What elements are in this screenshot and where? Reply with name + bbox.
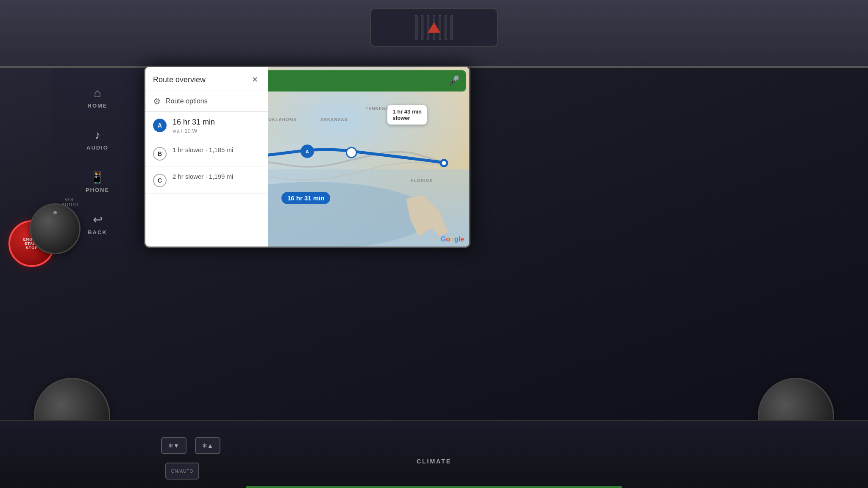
back-button[interactable]: ↩ BACK xyxy=(88,213,107,236)
on-auto-icon: ON/AUTO xyxy=(171,469,193,474)
route-panel-header: Route overview ✕ xyxy=(145,67,268,91)
climate-bar: ❄▼ ❄▲ CLIMATE ON/AUTO xyxy=(0,420,868,488)
route-a-via: via I-10 W xyxy=(172,128,215,134)
route-item-a[interactable]: A 16 hr 31 min via I-10 W xyxy=(145,112,268,140)
audio-button[interactable]: ♪ AUDIO xyxy=(86,128,108,151)
route-info-c: 2 hr slower · 1,199 mi xyxy=(172,173,233,180)
audio-icon: ♪ xyxy=(95,128,100,142)
fan-up-icon: ❄▲ xyxy=(202,442,213,449)
route-badge-b: B xyxy=(153,147,167,161)
route-a-time: 16 hr 31 min xyxy=(172,118,215,127)
route-b-detail: 1 hr slower · 1,185 mi xyxy=(172,146,233,153)
svg-point-7 xyxy=(346,147,356,158)
map-area[interactable]: A ! OKLAHOMA ARKANSAS TENNESSEE FLORIDA xyxy=(145,67,469,247)
fan-on-auto-button[interactable]: ON/AUTO xyxy=(165,463,199,480)
arkansas-label: ARKANSAS xyxy=(320,117,348,122)
google-o2: o xyxy=(450,236,454,243)
oklahoma-label: OKLAHOMA xyxy=(268,117,297,122)
back-icon: ↩ xyxy=(93,213,103,227)
home-button[interactable]: ⌂ HOME xyxy=(88,86,108,109)
climate-label: CLIMATE xyxy=(417,458,451,465)
route-time-bubble: 16 hr 31 min xyxy=(281,192,331,204)
slower-time: 1 hr 43 min xyxy=(392,108,422,115)
route-options-button[interactable]: ⚙ Route options xyxy=(145,91,268,112)
route-item-c[interactable]: C 2 hr slower · 1,199 mi xyxy=(145,167,268,194)
slower-tooltip: 1 hr 43 min slower xyxy=(387,105,427,125)
svg-point-9 xyxy=(442,161,446,165)
route-c-detail: 2 hr slower · 1,199 mi xyxy=(172,173,233,180)
phone-label: PHONE xyxy=(86,187,109,193)
home-icon: ⌂ xyxy=(94,86,101,100)
phone-icon: 📱 xyxy=(90,170,105,184)
route-panel-title: Route overview xyxy=(153,75,206,84)
audio-label: AUDIO xyxy=(86,144,108,151)
climate-control-center: CLIMATE xyxy=(417,458,451,465)
google-o1: o xyxy=(446,236,450,243)
slower-label: slower xyxy=(392,115,422,121)
fan-down-icon: ❄▼ xyxy=(168,442,179,449)
svg-text:A: A xyxy=(306,149,309,154)
home-label: HOME xyxy=(88,103,108,109)
top-center-vent xyxy=(370,8,498,47)
google-logo: Google xyxy=(441,236,464,243)
route-item-b[interactable]: B 1 hr slower · 1,185 mi xyxy=(145,140,268,167)
phone-button[interactable]: 📱 PHONE xyxy=(86,170,109,193)
back-label: BACK xyxy=(88,229,107,236)
dashboard-top xyxy=(0,0,868,68)
route-info-b: 1 hr slower · 1,185 mi xyxy=(172,146,233,153)
route-options-label: Route options xyxy=(166,97,208,105)
engine-line-3: STOP xyxy=(26,246,38,250)
route-info-a: 16 hr 31 min via I-10 W xyxy=(172,118,215,134)
car-interior: ⌂ HOME ♪ AUDIO 📱 PHONE ↩ BACK xyxy=(0,0,868,488)
screen-content: A ! OKLAHOMA ARKANSAS TENNESSEE FLORIDA xyxy=(145,67,469,247)
green-indicator xyxy=(246,486,622,488)
google-e: e xyxy=(460,236,464,243)
route-options-icon: ⚙ xyxy=(153,96,161,106)
vol-text: VOL xyxy=(61,197,78,202)
florida-label: FLORIDA xyxy=(411,178,432,183)
nav-mic-icon[interactable]: 🎤 xyxy=(448,75,459,86)
volume-knob[interactable] xyxy=(30,203,81,254)
route-badge-a: A xyxy=(153,119,167,132)
main-screen: A ! OKLAHOMA ARKANSAS TENNESSEE FLORIDA xyxy=(144,66,470,248)
close-button[interactable]: ✕ xyxy=(249,74,261,86)
fan-speed-up-button[interactable]: ❄▲ xyxy=(195,437,220,454)
route-badge-c: C xyxy=(153,174,167,187)
fan-speed-down-button[interactable]: ❄▼ xyxy=(161,437,186,454)
route-panel: Route overview ✕ ⚙ Route options A 16 hr… xyxy=(145,67,268,247)
google-g: G xyxy=(441,236,446,243)
google-g2: g xyxy=(454,236,459,243)
